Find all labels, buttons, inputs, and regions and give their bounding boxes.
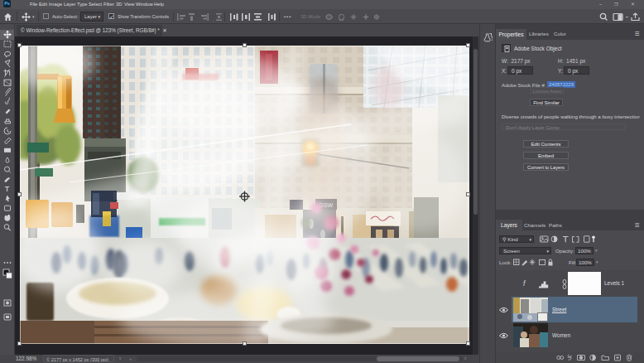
svg-text:T: T (5, 185, 10, 193)
